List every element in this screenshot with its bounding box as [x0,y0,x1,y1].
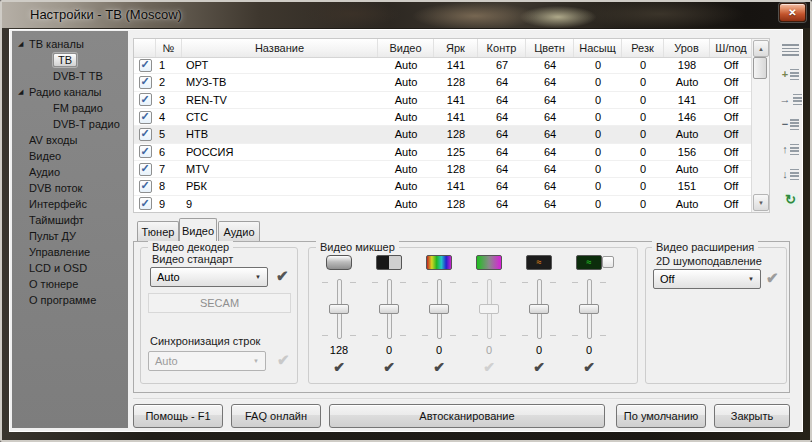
apply-standard-check-icon[interactable]: ✔ [276,268,289,283]
column-header-saturation[interactable]: Насыщ [574,39,622,57]
channel-enabled-checkbox[interactable]: ✓ [134,57,156,73]
table-row[interactable]: ✓ 1 ОРТ Auto 141 67 64 0 0 198 Off [134,57,752,74]
contrast-slider[interactable] [372,278,406,340]
move-up-icon[interactable]: ↑ [777,139,804,160]
tree-expand-icon[interactable]: ◢ [18,88,29,96]
brightness-slider[interactable] [322,278,356,340]
tab-video[interactable]: Видео [179,218,217,242]
add-channel-icon[interactable]: + [777,64,804,85]
apply-sync-check-icon[interactable]: ✔ [277,352,290,367]
table-row[interactable]: ✓ 3 REN-TV Auto 141 64 64 0 0 141 Off [134,92,752,109]
sidebar-item[interactable]: ◢ FM радио [12,100,128,116]
channel-enabled-checkbox[interactable]: ✓ [134,74,156,90]
noise-slider[interactable] [572,278,606,340]
noise2d-select[interactable]: Off ▼ [653,269,761,289]
sidebar-item[interactable]: ◢ Пульт ДУ [12,228,128,244]
sidebar-item[interactable]: ◢ О тюнере [12,276,128,292]
table-row[interactable]: ✓ 2 МУЗ-ТВ Auto 128 64 64 0 0 Auto Off [134,74,752,91]
sidebar-item[interactable]: ◢ Таймшифт [12,212,128,228]
channel-enabled-checkbox[interactable]: ✓ [134,92,156,108]
slider-thumb[interactable] [329,304,349,314]
video-standard-select[interactable]: Auto ▼ [150,267,268,287]
mixer-brightness: 128 ✔ [314,255,364,374]
table-row[interactable]: ✓ 9 9 Auto 128 64 64 0 0 Auto Off [134,196,752,212]
table-row[interactable]: ✓ 8 РБК Auto 141 64 64 0 0 151 Off [134,178,752,195]
slider-thumb[interactable] [429,304,449,314]
sidebar-item[interactable]: ◢ Управление [12,244,128,260]
slider-thumb[interactable] [479,304,499,314]
sidebar-item[interactable]: ◢ DVB-T ТВ [12,68,128,84]
autoscan-button[interactable]: Автосканирование [329,404,605,428]
sidebar-item[interactable]: ◢ DVB-T радио [12,116,128,132]
column-header-brightness[interactable]: Ярк [434,39,478,57]
slider-thumb[interactable] [579,304,599,314]
help-button[interactable]: Помощь - F1 [133,404,223,428]
sidebar-item-label: DVB-T ТВ [53,70,103,82]
table-row[interactable]: ✓ 4 СТС Auto 141 64 64 0 0 146 Off [134,109,752,126]
faq-button[interactable]: FAQ онлайн [231,404,321,428]
channel-enabled-checkbox[interactable]: ✓ [134,161,156,177]
apply-check-icon[interactable]: ✔ [433,360,445,374]
sidebar-item[interactable]: ◢ Интерфейс [12,196,128,212]
table-row[interactable]: ✓ 6 РОССИЯ Auto 125 64 64 0 0 156 Off [134,144,752,161]
column-header-contrast[interactable]: Контр [478,39,526,57]
table-row[interactable]: ✓ 5 НТВ Auto 128 64 64 0 0 Auto Off [134,126,752,143]
checkbox-icon: ✓ [139,145,152,158]
scroll-up-icon[interactable]: ▲ [753,40,769,57]
tree-expand-icon[interactable]: ◢ [18,40,29,48]
apply-check-icon[interactable]: ✔ [583,360,595,374]
column-header-video[interactable]: Видео [378,39,434,57]
apply-check-icon[interactable]: ✔ [333,360,345,374]
slider-thumb[interactable] [379,304,399,314]
table-row[interactable]: ✓ 7 MTV Auto 128 64 64 0 0 Auto Off [134,161,752,178]
rescan-icon[interactable]: ↻ [777,189,804,210]
channel-enabled-checkbox[interactable]: ✓ [134,196,156,212]
close-window-button[interactable]: ✕ [779,3,806,22]
cell-color: 64 [526,57,574,73]
cell-brightness: 128 [434,196,478,212]
apply-noise2d-check-icon[interactable]: ✔ [766,270,779,285]
table-scrollbar[interactable]: ▲ ▼ [751,39,769,212]
line-sync-select[interactable]: Auto ▼ [148,351,266,371]
noise-enable-checkbox[interactable] [602,256,614,268]
scrollbar-thumb[interactable] [753,57,767,79]
apply-check-icon[interactable]: ✔ [383,360,395,374]
channel-enabled-checkbox[interactable]: ✓ [134,109,156,125]
cell-video: Auto [378,161,434,177]
column-header-color[interactable]: Цветн [526,39,574,57]
sidebar-item[interactable]: ◢ Аудио [12,164,128,180]
tab-audio[interactable]: Аудио [218,221,260,241]
sidebar-item[interactable]: ◢ DVB поток [12,180,128,196]
sidebar-item[interactable]: ◢ LCD и OSD [12,260,128,276]
hue-slider[interactable] [422,278,456,340]
move-down-icon[interactable]: ↓ [777,164,804,185]
channel-enabled-checkbox[interactable]: ✓ [134,178,156,194]
column-header-level[interactable]: Уров [664,39,710,57]
apply-check-icon[interactable]: ✔ [483,360,495,374]
cell-contrast: 64 [478,196,526,212]
column-header-sharpness[interactable]: Резк [622,39,664,57]
column-header-checkbox[interactable] [134,39,156,57]
column-header-num[interactable]: № [156,39,182,57]
channel-enabled-checkbox[interactable]: ✓ [134,126,156,142]
apply-check-icon[interactable]: ✔ [533,360,545,374]
sidebar-item[interactable]: ◢ Видео [12,148,128,164]
sidebar-item[interactable]: ◢ Радио каналы [12,84,128,100]
sidebar-item[interactable]: ◢ AV входы [12,132,128,148]
close-button[interactable]: Закрыть [714,404,790,428]
saturation-slider[interactable] [472,278,506,340]
scroll-down-icon[interactable]: ▼ [753,194,769,211]
defaults-button[interactable]: По умолчанию [616,404,706,428]
sidebar-item[interactable]: ◢ ТВ каналы [12,36,128,52]
channel-enabled-checkbox[interactable]: ✓ [134,144,156,160]
move-into-icon[interactable]: → [777,89,804,110]
sidebar-item[interactable]: ◢ О программе [12,292,128,308]
slider-thumb[interactable] [529,304,549,314]
channel-list-icon[interactable] [777,39,804,60]
sharpness-slider[interactable] [522,278,556,340]
column-header-name[interactable]: Название [182,39,378,57]
sidebar-item[interactable]: ◢ ТВ [12,52,128,68]
column-header-noise[interactable]: Ш/под [710,39,752,57]
remove-channel-icon[interactable]: − [777,114,804,135]
tab-tuner[interactable]: Тюнер [137,221,179,241]
